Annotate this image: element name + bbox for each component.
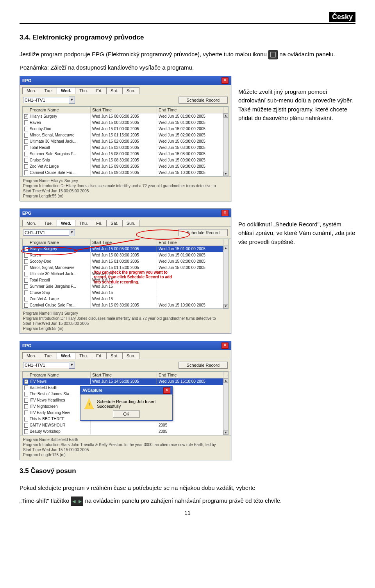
day-tab-Sun[interactable]: Sun. bbox=[122, 220, 140, 226]
table-row[interactable]: Mirror, Signal, ManoeuvreWed Jun 15 01:1… bbox=[23, 132, 228, 138]
day-tab-Sat[interactable]: Sat. bbox=[106, 87, 123, 94]
checkbox[interactable] bbox=[24, 417, 28, 421]
table-row[interactable]: Beauty Workshop2005 bbox=[23, 428, 228, 435]
day-tab-Fri[interactable]: Fri. bbox=[92, 87, 107, 94]
chevron-down-icon[interactable]: ▼ bbox=[69, 229, 75, 236]
scrollbar[interactable] bbox=[223, 113, 228, 176]
table-row[interactable]: RavenWed Jun 15 00:30:00 2005Wed Jun 15 … bbox=[23, 120, 228, 126]
day-tab-Wed[interactable]: Wed. bbox=[57, 352, 75, 359]
table-row[interactable]: Zoo Vet At LargeWed Jun 15 09:00:00 2005… bbox=[23, 163, 228, 170]
channel-input[interactable] bbox=[23, 97, 69, 103]
checkbox[interactable] bbox=[24, 284, 28, 289]
col-end[interactable]: End Time bbox=[157, 107, 223, 113]
col-start[interactable]: Start Time bbox=[91, 239, 157, 246]
table-row[interactable]: Summer Sale Bargains F...Wed Jun 15 bbox=[23, 283, 228, 290]
table-row[interactable]: Total RecallWed Jun 15 03:00:00 2005Wed … bbox=[23, 145, 228, 151]
table-row[interactable]: Scooby-DooWed Jun 15 01:00:00 2005Wed Ju… bbox=[23, 126, 228, 132]
checkbox[interactable]: ✓ bbox=[24, 114, 28, 119]
table-row[interactable]: Total RecallWed Jun 15 bbox=[23, 277, 228, 283]
checkbox[interactable] bbox=[24, 392, 28, 396]
checkbox[interactable] bbox=[24, 265, 28, 270]
table-row[interactable]: ✓ITV NewsWed Jun 15 14:56:00 2005Wed Jun… bbox=[23, 378, 228, 385]
checkbox[interactable]: ✓ bbox=[24, 247, 28, 251]
table-row[interactable]: Carnival Cruise Sale Fro...Wed Jun 15 09… bbox=[23, 170, 228, 176]
day-tab-Thu[interactable]: Thu. bbox=[75, 220, 92, 226]
col-program[interactable]: Program Name bbox=[28, 239, 91, 246]
day-tab-Fri[interactable]: Fri. bbox=[92, 352, 107, 359]
scrollbar[interactable] bbox=[223, 246, 228, 308]
channel-input[interactable] bbox=[23, 362, 69, 368]
checkbox[interactable] bbox=[24, 133, 28, 138]
close-icon[interactable]: × bbox=[163, 387, 170, 394]
window-titlebar[interactable]: EPG × bbox=[20, 209, 231, 217]
day-tab-Sun[interactable]: Sun. bbox=[122, 87, 140, 94]
day-tab-Mon[interactable]: Mon. bbox=[22, 87, 40, 94]
close-icon[interactable]: × bbox=[221, 210, 229, 216]
chevron-down-icon[interactable]: ▼ bbox=[69, 97, 75, 104]
channel-combo[interactable]: ▼ bbox=[23, 229, 75, 236]
day-tab-Fri[interactable]: Fri. bbox=[92, 220, 107, 226]
table-row[interactable]: Cruise ShipWed Jun 15 bbox=[23, 290, 228, 296]
checkbox[interactable] bbox=[24, 404, 28, 409]
table-row[interactable]: ✓Hilary's SurgeryWed Jun 15 00:05:00 200… bbox=[23, 246, 228, 252]
table-row[interactable]: Mirror, Signal, ManoeuvreWed Jun 15 01:1… bbox=[23, 265, 228, 271]
schedule-record-button[interactable]: Schedule Record bbox=[179, 229, 228, 236]
checkbox[interactable] bbox=[24, 423, 28, 428]
col-end[interactable]: End Time bbox=[157, 372, 223, 378]
checkbox[interactable] bbox=[24, 170, 28, 175]
table-row[interactable]: Carnival Cruise Sale Fro...Wed Jun 15 09… bbox=[23, 302, 228, 308]
dialog-titlebar[interactable]: AVCapture × bbox=[80, 387, 172, 394]
checkbox[interactable] bbox=[24, 164, 28, 169]
table-row[interactable]: Ultimate 30 Michael Jack...Wed Jun 15 bbox=[23, 271, 228, 277]
checkbox[interactable] bbox=[24, 297, 28, 301]
channel-combo[interactable]: ▼ bbox=[23, 97, 75, 104]
ok-button[interactable]: OK bbox=[113, 411, 140, 418]
table-row[interactable]: Summer Sale Bargains F...Wed Jun 15 08:0… bbox=[23, 151, 228, 157]
chevron-down-icon[interactable]: ▼ bbox=[69, 362, 75, 369]
day-tab-Wed[interactable]: Wed. bbox=[57, 87, 75, 94]
day-tab-Mon[interactable]: Mon. bbox=[22, 220, 40, 226]
scrollbar[interactable] bbox=[223, 378, 228, 435]
day-tab-Sun[interactable]: Sun. bbox=[122, 352, 140, 359]
checkbox[interactable] bbox=[24, 259, 28, 264]
channel-combo[interactable]: ▼ bbox=[23, 362, 75, 369]
table-row[interactable]: GMTV NEWSHOUR2005 bbox=[23, 422, 228, 428]
checkbox[interactable] bbox=[24, 429, 28, 434]
checkbox[interactable] bbox=[24, 253, 28, 258]
table-row[interactable]: Zoo Vet At LargeWed Jun 15 bbox=[23, 296, 228, 302]
checkbox[interactable] bbox=[24, 290, 28, 295]
day-tab-Tue[interactable]: Tue. bbox=[40, 220, 57, 226]
table-row[interactable]: Cruise ShipWed Jun 15 08:30:00 2005Wed J… bbox=[23, 157, 228, 163]
col-start[interactable]: Start Time bbox=[91, 107, 157, 113]
day-tab-Thu[interactable]: Thu. bbox=[75, 352, 92, 359]
table-row[interactable]: Scooby-DooWed Jun 15 01:00:00 2005Wed Ju… bbox=[23, 258, 228, 265]
checkbox[interactable] bbox=[24, 139, 28, 144]
col-start[interactable]: Start Time bbox=[91, 372, 157, 378]
checkbox[interactable] bbox=[24, 398, 28, 403]
day-tab-Sat[interactable]: Sat. bbox=[106, 352, 123, 359]
col-program[interactable]: Program Name bbox=[28, 372, 91, 378]
table-row[interactable]: ✓Hilary's SurgeryWed Jun 15 00:05:00 200… bbox=[23, 113, 228, 120]
day-tab-Wed[interactable]: Wed. bbox=[57, 220, 75, 226]
schedule-record-button[interactable]: Schedule Record bbox=[179, 362, 228, 369]
channel-input[interactable] bbox=[23, 229, 69, 236]
day-tab-Tue[interactable]: Tue. bbox=[40, 87, 57, 94]
col-end[interactable]: End Time bbox=[157, 239, 223, 246]
checkbox[interactable] bbox=[24, 120, 28, 125]
timeshift-icon[interactable] bbox=[71, 497, 83, 506]
col-program[interactable]: Program Name bbox=[28, 107, 91, 113]
checkbox[interactable] bbox=[24, 278, 28, 283]
schedule-record-button[interactable]: Schedule Record bbox=[179, 97, 228, 104]
day-tab-Sat[interactable]: Sat. bbox=[106, 220, 123, 226]
checkbox[interactable] bbox=[24, 272, 28, 276]
close-icon[interactable]: × bbox=[221, 342, 229, 349]
checkbox[interactable] bbox=[24, 385, 28, 390]
checkbox[interactable] bbox=[24, 152, 28, 156]
window-titlebar[interactable]: EPG × bbox=[20, 76, 231, 85]
table-row[interactable]: RavenWed Jun 15 00:30:00 2005Wed Jun 15 … bbox=[23, 252, 228, 258]
table-row[interactable]: Ultimate 30 Michael Jack...Wed Jun 15 02… bbox=[23, 138, 228, 145]
checkbox[interactable] bbox=[24, 158, 28, 163]
day-tab-Tue[interactable]: Tue. bbox=[40, 352, 57, 359]
checkbox[interactable]: ✓ bbox=[24, 379, 28, 384]
day-tab-Mon[interactable]: Mon. bbox=[22, 352, 40, 359]
